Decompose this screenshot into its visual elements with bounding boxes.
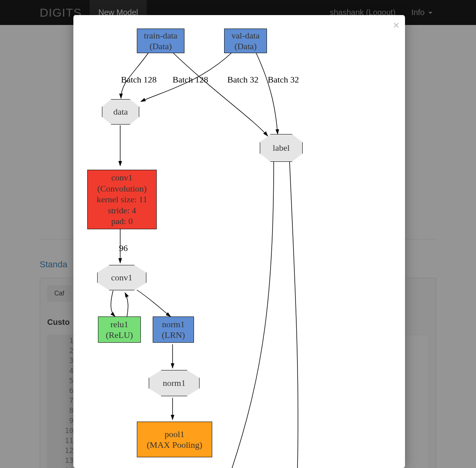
node-train-data: train-data (Data) (137, 29, 184, 53)
node-relu1-layer: relu1 (ReLU) (98, 316, 141, 343)
node-label-blob: label (260, 134, 303, 162)
node-data-blob: data (102, 99, 139, 125)
node-norm1-blob: norm1 (149, 370, 200, 396)
network-diagram: train-data (Data) val-data (Data) data l… (73, 15, 405, 468)
node-conv1-blob: conv1 (97, 265, 146, 290)
edge-label-96: 96 (119, 243, 128, 253)
edge-label-batch32-a: Batch 32 (227, 75, 259, 85)
modal-overlay[interactable]: × (0, 0, 476, 468)
network-visualization-modal: × (73, 15, 405, 468)
edge-label-batch32-b: Batch 32 (268, 75, 299, 85)
edge-label-batch128-a: Batch 128 (121, 75, 157, 85)
node-val-data: val-data (Data) (224, 29, 267, 53)
node-conv1-layer: conv1 (Convolution) kernel size: 11 stri… (87, 170, 157, 229)
node-pool1-layer: pool1 (MAX Pooling) (137, 422, 212, 457)
node-norm1-layer: norm1 (LRN) (153, 316, 194, 343)
edge-label-batch128-b: Batch 128 (173, 75, 208, 85)
